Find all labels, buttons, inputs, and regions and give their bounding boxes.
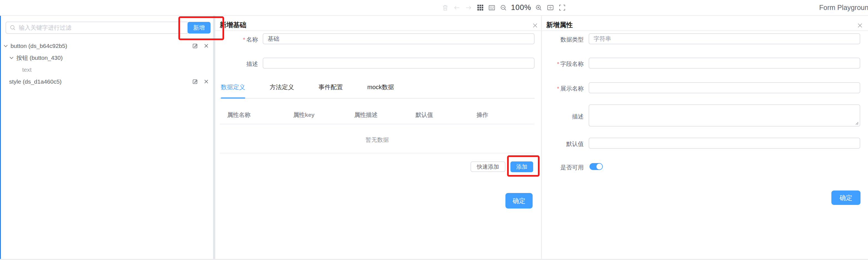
quick-add-button[interactable]: 快速添加 — [470, 161, 505, 172]
fullscreen-icon[interactable] — [559, 4, 565, 11]
table-header-actions: 操作 — [476, 111, 488, 119]
dialog-add-property: 新增属性 数据类型 *字段名称 *展示名称 描述 默认值 是否可用 确定 — [542, 16, 868, 260]
dialog-tabs: 数据定义 方法定义 事件配置 mock数据 — [221, 83, 418, 95]
required-mark: * — [557, 85, 559, 91]
dialog-title: 新增属性 — [546, 21, 573, 29]
required-mark: * — [557, 61, 559, 67]
active-tab-underline — [221, 98, 245, 99]
tree-search-box — [5, 22, 189, 34]
tab-mock-data[interactable]: mock数据 — [367, 83, 394, 95]
tree-node-label: 按钮 (button_430) — [17, 54, 63, 62]
table-bottom-divider — [220, 153, 534, 153]
tree-row-actions — [192, 76, 209, 87]
form-playground-screen: 100% Form Playground F 新增 button (ds_b — [0, 0, 868, 260]
dialog-title: 新增基础 — [220, 21, 246, 29]
table-header-attr-desc: 属性描述 — [354, 111, 377, 119]
workspace-title: Form Playground F — [819, 4, 868, 12]
close-icon[interactable] — [204, 43, 209, 48]
default-value-input[interactable] — [589, 138, 860, 149]
tree-search-input[interactable] — [19, 24, 184, 31]
table-header-default-value: 默认值 — [415, 111, 433, 119]
table-header-attr-name: 属性名称 — [227, 111, 250, 119]
tab-event-config[interactable]: 事件配置 — [318, 83, 343, 95]
table-header-divider — [220, 124, 534, 124]
tabs-divider — [220, 98, 534, 99]
chevron-down-icon[interactable] — [3, 45, 8, 47]
keyboard-icon[interactable] — [489, 4, 495, 11]
zoom-out-icon[interactable] — [500, 4, 506, 11]
display-name-label: *展示名称 — [542, 85, 584, 92]
top-toolbar: 100% Form Playground F — [0, 0, 868, 16]
description-label: 描述 — [542, 113, 584, 120]
description-field-label: 描述 — [215, 60, 258, 68]
tree-row-actions — [192, 40, 209, 52]
trash-icon[interactable] — [442, 4, 448, 11]
confirm-button[interactable]: 确定 — [831, 190, 861, 205]
tree-row-anniu[interactable]: 按钮 (button_430) — [0, 52, 213, 64]
dialog-add-basic: 新增基础 *名称 描述 数据定义 方法定义 事件配置 mock数据 属性名称 属… — [215, 16, 541, 260]
table-empty-text: 暂无数据 — [220, 136, 534, 144]
close-icon[interactable] — [531, 22, 539, 29]
toggle-knob — [596, 164, 602, 170]
description-input[interactable] — [263, 58, 534, 69]
dialog-header-divider — [542, 31, 868, 31]
edit-icon[interactable] — [192, 43, 198, 48]
dialog-header-divider — [215, 31, 541, 31]
zoom-in-icon[interactable] — [536, 4, 542, 11]
field-name-input[interactable] — [589, 58, 860, 69]
undo-arrow-icon[interactable] — [454, 4, 460, 11]
data-type-label: 数据类型 — [542, 36, 584, 43]
bottom-edge — [0, 259, 868, 260]
data-type-input[interactable] — [589, 33, 860, 44]
tree-row-button[interactable]: button (ds_b64c92b5) — [0, 40, 213, 52]
add-node-button[interactable]: 新增 — [188, 22, 211, 34]
edit-icon[interactable] — [192, 79, 198, 84]
name-input[interactable] — [263, 33, 534, 44]
tree-row-style[interactable]: style (ds_d1a460c5) — [0, 76, 213, 87]
component-tree-sidebar: 新增 button (ds_b64c92b5) 按钮 (button_430) … — [0, 16, 213, 260]
close-icon[interactable] — [204, 79, 209, 84]
table-header-attr-key: 属性key — [293, 111, 315, 119]
tree-node-label: text — [22, 67, 32, 73]
close-icon[interactable] — [856, 22, 864, 29]
zoom-level: 100% — [511, 3, 531, 12]
redo-arrow-icon[interactable] — [465, 4, 472, 11]
tab-data-definition[interactable]: 数据定义 — [221, 83, 245, 95]
search-icon — [10, 25, 16, 31]
enabled-toggle[interactable] — [589, 163, 603, 170]
enabled-label: 是否可用 — [542, 164, 584, 172]
input-field-icon[interactable] — [547, 4, 553, 11]
add-row-button[interactable]: 添加 — [510, 161, 533, 172]
required-mark: * — [243, 36, 245, 43]
grid-icon[interactable] — [477, 4, 483, 11]
name-field-label: *名称 — [215, 36, 258, 43]
sidebar-resize-gutter[interactable] — [213, 16, 215, 260]
field-name-label: *字段名称 — [542, 60, 584, 68]
chevron-down-icon[interactable] — [9, 57, 14, 59]
description-textarea[interactable] — [589, 104, 860, 126]
confirm-button[interactable]: 确定 — [505, 193, 533, 209]
tree-node-label: button (ds_b64c92b5) — [10, 43, 67, 49]
tree-node-label: style (ds_d1a460c5) — [9, 78, 62, 85]
tree-row-text[interactable]: text — [0, 64, 213, 76]
default-value-label: 默认值 — [542, 140, 584, 148]
canvas-toolbar: 100% — [439, 0, 568, 15]
tab-method-definition[interactable]: 方法定义 — [270, 83, 294, 95]
display-name-input[interactable] — [589, 82, 860, 93]
